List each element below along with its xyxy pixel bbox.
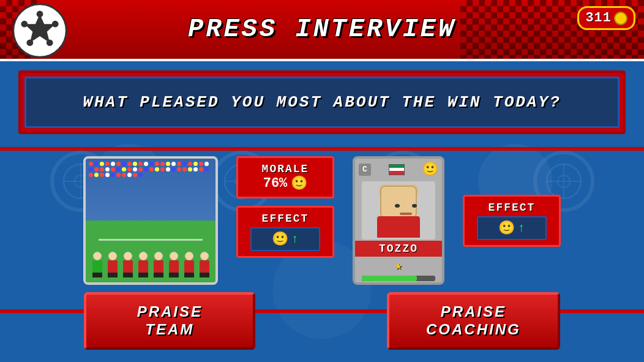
player-stars: ★: [395, 258, 402, 273]
praise-team-button[interactable]: PRAISE TEAM: [84, 292, 255, 350]
morale-box: MORALE 76% 🙂: [236, 156, 334, 198]
content-area: MORALE 76% 🙂 EFFECT 🙂 ↑ C 🙂: [18, 156, 626, 285]
morale-value: 76% 🙂: [250, 175, 320, 192]
team-effect-label: EFFECT: [250, 213, 320, 225]
player-name-bar: TOZZO: [355, 241, 442, 257]
praise-coaching-button[interactable]: PRAISE COACHING: [387, 292, 560, 350]
svg-point-20: [47, 39, 53, 46]
player-effect-arrow: ↑: [517, 221, 525, 235]
pf-head: [380, 186, 417, 219]
morale-smiley: 🙂: [291, 175, 307, 192]
pitch-line: [99, 239, 203, 241]
player-face-area: [362, 181, 435, 239]
team-stats-panel: MORALE 76% 🙂 EFFECT 🙂 ↑: [236, 156, 334, 258]
player-gk: [91, 252, 104, 276]
player-bar-bg: [362, 276, 435, 281]
pitch: [86, 221, 215, 282]
page-title: PRESS INTERVIEW: [188, 15, 456, 44]
player-card: C 🙂 TOZZO ★: [353, 156, 444, 285]
coin-icon: [614, 12, 627, 25]
player-3: [137, 252, 150, 276]
position-badge: C: [359, 164, 371, 176]
player-7: [198, 252, 211, 276]
pf-mouth: [400, 213, 412, 215]
team-effect-inner: 🙂 ↑: [250, 227, 320, 251]
pf-eye-left: [395, 204, 400, 208]
players-row: [89, 252, 212, 276]
question-box: WHAT PLEASED YOU MOST ABOUT THE WIN TODA…: [18, 70, 626, 134]
svg-point-21: [26, 39, 33, 46]
player-effect-inner: 🙂 ↑: [477, 216, 547, 240]
pf-body: [377, 216, 420, 238]
team-effect-arrow: ↑: [291, 232, 298, 246]
praise-coaching-label: PRAISE COACHING: [426, 303, 521, 339]
player-5: [167, 252, 181, 276]
svg-point-22: [21, 21, 28, 28]
card-smiley-icon: 🙂: [422, 161, 438, 178]
buttons-area: PRAISE TEAM PRAISE COACHING: [18, 292, 626, 350]
pixel-face: [374, 183, 423, 238]
team-image: [86, 159, 215, 282]
player-6: [182, 252, 196, 276]
praise-team-label: PRAISE TEAM: [123, 303, 216, 339]
player-name: TOZZO: [355, 243, 442, 255]
player-effect-box: EFFECT 🙂 ↑: [463, 195, 561, 247]
morale-number: 76%: [263, 176, 288, 191]
soccer-ball-icon: [12, 3, 67, 58]
player-2: [121, 252, 135, 276]
svg-point-19: [52, 21, 59, 28]
player-4: [152, 252, 165, 276]
card-top-bar: C 🙂: [355, 159, 442, 180]
coin-counter: 311: [577, 6, 635, 30]
player-effect-label: EFFECT: [477, 202, 547, 214]
flag-icon: [389, 164, 405, 175]
team-card: [83, 156, 218, 285]
coin-count: 311: [585, 10, 612, 26]
morale-label: MORALE: [250, 163, 320, 175]
pf-eye-right: [412, 204, 417, 208]
team-effect-box: EFFECT 🙂 ↑: [236, 206, 334, 258]
player-effect-smiley: 🙂: [498, 220, 515, 236]
header: PRESS INTERVIEW: [0, 0, 644, 61]
question-inner: WHAT PLEASED YOU MOST ABOUT THE WIN TODA…: [24, 77, 620, 128]
player-bar-fill: [362, 276, 417, 281]
pixel-stands: [86, 159, 215, 227]
player-1: [106, 252, 119, 276]
question-text: WHAT PLEASED YOU MOST ABOUT THE WIN TODA…: [83, 93, 561, 111]
svg-point-18: [37, 11, 43, 18]
team-effect-smiley: 🙂: [272, 231, 288, 247]
red-divider-top: [0, 147, 644, 151]
